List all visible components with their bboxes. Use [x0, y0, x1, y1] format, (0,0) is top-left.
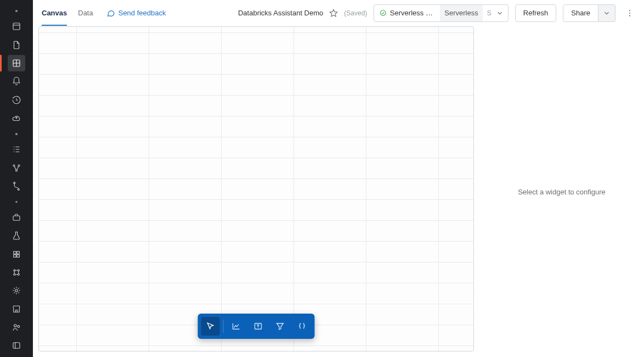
share-dropdown-button[interactable] [598, 4, 615, 22]
svg-point-15 [18, 274, 19, 275]
nav-tasks[interactable] [8, 142, 25, 158]
chart-icon [231, 321, 241, 331]
home-icon [12, 21, 21, 31]
tool-filter[interactable] [271, 317, 290, 336]
svg-point-4 [16, 170, 18, 171]
canvas-container [33, 26, 479, 357]
svg-point-20 [381, 10, 386, 15]
kebab-icon [625, 9, 634, 18]
mode-tabs: Canvas Data Send feedback [42, 1, 166, 25]
nav-features[interactable] [8, 264, 25, 280]
history-icon [12, 95, 21, 105]
svg-point-16 [15, 289, 18, 292]
nav-partner[interactable] [8, 319, 25, 335]
tool-cursor[interactable] [201, 317, 220, 336]
partner-icon [12, 322, 21, 332]
nav-pipeline[interactable] [8, 160, 25, 176]
nav-dashboards[interactable] [8, 55, 25, 71]
share-button-group: Share [563, 4, 615, 22]
nav-home[interactable] [8, 19, 25, 35]
svg-rect-19 [13, 343, 20, 349]
svg-rect-10 [14, 254, 16, 257]
bell-icon [12, 76, 21, 86]
dashboard-icon [12, 58, 21, 68]
serving-icon [12, 286, 21, 295]
compute-status-label: Serverless Sta… [390, 9, 434, 17]
models-icon [12, 249, 21, 259]
nav-history[interactable] [8, 92, 25, 108]
briefcase-icon [12, 213, 21, 222]
svg-rect-8 [14, 251, 16, 254]
svg-point-13 [18, 270, 19, 271]
nav-experiments[interactable] [8, 228, 25, 244]
nav-jobs[interactable] [8, 209, 25, 225]
nav-workflows[interactable] [8, 178, 25, 194]
tool-code[interactable] [293, 317, 312, 336]
cloud-up-icon [12, 113, 21, 123]
menu-collapse-icon [12, 341, 21, 350]
nav-separator-dot [15, 133, 18, 135]
workflow-icon [12, 181, 21, 191]
star-icon [329, 8, 338, 18]
check-circle-icon [380, 9, 387, 17]
text-box-icon [253, 321, 263, 331]
svg-rect-0 [13, 23, 20, 30]
favorite-button[interactable] [329, 8, 338, 18]
main-area: Canvas Data Send feedback Databricks Ass… [33, 0, 644, 357]
svg-point-22 [629, 12, 630, 13]
nav-menu[interactable] [8, 338, 25, 354]
nav-marketplace[interactable] [8, 301, 25, 317]
dashboard-title[interactable]: Databricks Assistant Demo [238, 9, 323, 17]
svg-point-21 [629, 10, 630, 11]
svg-point-17 [14, 325, 17, 327]
nav-compute[interactable] [8, 110, 25, 126]
overflow-menu-button[interactable] [622, 9, 637, 18]
tasks-icon [12, 144, 21, 154]
left-nav-rail [0, 0, 33, 357]
tab-canvas[interactable]: Canvas [42, 1, 67, 26]
svg-point-23 [629, 15, 630, 16]
nav-alerts[interactable] [8, 74, 25, 90]
nav-separator-dot [15, 10, 18, 12]
svg-point-2 [13, 165, 15, 166]
svg-rect-7 [13, 216, 20, 220]
nav-models[interactable] [8, 246, 25, 262]
cursor-icon [206, 321, 216, 331]
svg-point-12 [14, 270, 15, 271]
svg-point-3 [18, 165, 20, 166]
config-placeholder: Select a widget to configure [518, 188, 606, 196]
share-button[interactable]: Share [563, 4, 598, 22]
chat-icon [106, 9, 115, 18]
config-panel: Select a widget to configure [479, 26, 644, 357]
editor-body: Select a widget to configure [33, 26, 644, 357]
compute-selector[interactable]: Serverless Sta… Serverless S [374, 4, 508, 22]
tool-text[interactable] [249, 317, 268, 336]
feedback-label: Send feedback [118, 9, 166, 17]
chevron-down-icon [496, 9, 504, 17]
chevron-down-icon [603, 9, 611, 17]
store-icon [12, 304, 21, 314]
warehouse-size: S [483, 9, 495, 17]
nav-new-file[interactable] [8, 37, 25, 53]
header-bar: Canvas Data Send feedback Databricks Ass… [33, 0, 644, 26]
braces-icon [297, 321, 307, 331]
tab-data[interactable]: Data [78, 1, 93, 25]
dashboard-canvas[interactable] [38, 26, 474, 352]
svg-rect-9 [17, 251, 20, 254]
widget-toolbox [198, 314, 315, 339]
pipeline-icon [12, 163, 21, 173]
refresh-button[interactable]: Refresh [515, 4, 557, 22]
svg-point-14 [14, 274, 15, 275]
saved-status: (Saved) [344, 9, 367, 17]
nav-serving[interactable] [8, 283, 25, 299]
toolbox-separator [223, 320, 224, 333]
features-icon [12, 267, 21, 277]
warehouse-chip: Serverless [440, 5, 482, 21]
send-feedback-link[interactable]: Send feedback [106, 9, 166, 18]
filter-icon [275, 321, 285, 331]
compute-chevron [495, 9, 508, 17]
svg-point-18 [18, 326, 20, 328]
flask-icon [12, 231, 21, 241]
tool-chart[interactable] [227, 317, 246, 336]
compute-status: Serverless Sta… [374, 9, 440, 17]
